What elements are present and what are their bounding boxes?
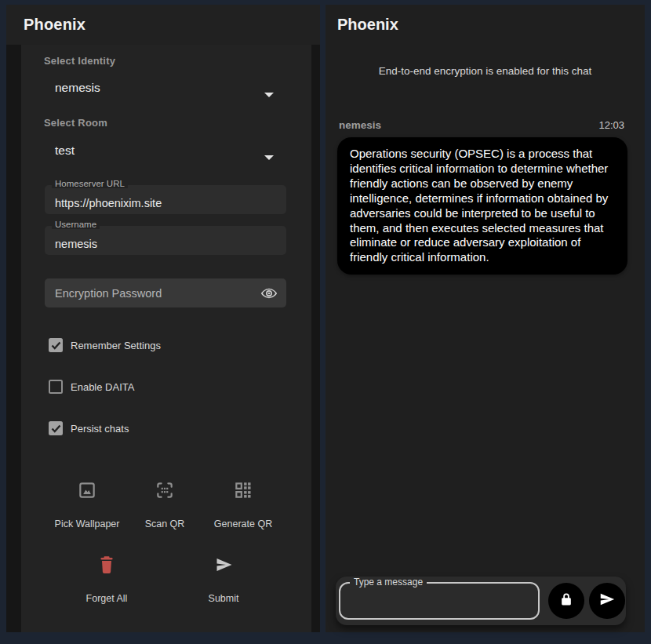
message-meta: nemesis 12:03 — [339, 119, 624, 131]
qr-code-icon — [233, 479, 253, 501]
message-sender: nemesis — [339, 119, 381, 131]
homeserver-field-wrap: Homeserver URL — [45, 185, 286, 214]
password-field-wrap — [45, 278, 286, 307]
forget-all-label: Forget All — [86, 593, 128, 604]
checkbox-box — [49, 338, 63, 352]
forget-all-button[interactable]: Forget All — [60, 554, 154, 604]
lock-icon — [558, 591, 574, 610]
encryption-notice: End-to-end encryption is enabled for thi… — [326, 65, 645, 77]
send-icon — [598, 591, 616, 611]
message-field-wrap: Type a message — [339, 582, 540, 620]
checkbox-label: Persist chats — [71, 423, 129, 435]
enable-daita-checkbox[interactable]: Enable DAITA — [49, 380, 134, 394]
scan-qr-label: Scan QR — [145, 518, 185, 529]
identity-value: nemesis — [55, 81, 100, 95]
chevron-down-icon — [264, 150, 275, 156]
check-icon — [51, 341, 61, 350]
send-message-button[interactable] — [589, 583, 625, 619]
eye-icon[interactable] — [260, 285, 278, 302]
send-icon — [213, 554, 235, 576]
checkbox-label: Enable DAITA — [71, 381, 134, 393]
chat-panel: Phoenix End-to-end encryption is enabled… — [326, 5, 645, 632]
username-field-wrap: Username — [45, 226, 286, 255]
identity-label: Select Identity — [44, 55, 115, 67]
settings-panel: Phoenix Select Identity nemesis Select R… — [6, 5, 320, 632]
settings-header: Phoenix — [6, 5, 320, 45]
composer-bar: Type a message — [336, 577, 626, 625]
qr-scan-icon — [155, 479, 175, 501]
message-field-label: Type a message — [350, 577, 427, 588]
checkbox-label: Remember Settings — [71, 340, 161, 351]
submit-label: Submit — [209, 593, 239, 604]
checkbox-box — [49, 421, 63, 435]
chat-title: Phoenix — [337, 16, 398, 34]
encrypt-button[interactable] — [548, 583, 584, 619]
room-value: test — [55, 144, 75, 158]
chevron-down-icon — [264, 87, 275, 93]
trash-icon — [97, 554, 116, 576]
remember-settings-checkbox[interactable]: Remember Settings — [49, 338, 161, 352]
message-input[interactable] — [340, 584, 538, 618]
message-bubble: Operations security (OPSEC) is a process… — [337, 137, 627, 275]
phoenix-app-window: Phoenix Select Identity nemesis Select R… — [0, 0, 651, 644]
identity-dropdown[interactable]: nemesis — [44, 79, 279, 101]
encryption-password-input[interactable] — [45, 278, 286, 307]
checkbox-box — [49, 380, 63, 394]
submit-button[interactable]: Submit — [176, 554, 271, 604]
generate-qr-button[interactable]: Generate QR — [196, 479, 290, 529]
homeserver-input[interactable] — [45, 185, 286, 214]
generate-qr-label: Generate QR — [214, 518, 272, 529]
username-input[interactable] — [45, 226, 286, 255]
pick-wallpaper-label: Pick Wallpaper — [55, 518, 120, 529]
persist-chats-checkbox[interactable]: Persist chats — [49, 421, 129, 435]
page-title: Phoenix — [24, 16, 85, 34]
message-timestamp: 12:03 — [598, 119, 624, 131]
image-icon — [77, 479, 97, 501]
check-icon — [51, 424, 61, 433]
settings-sheet: Select Identity nemesis Select Room test… — [21, 45, 311, 632]
room-label: Select Room — [44, 117, 107, 129]
room-dropdown[interactable]: test — [44, 142, 279, 164]
